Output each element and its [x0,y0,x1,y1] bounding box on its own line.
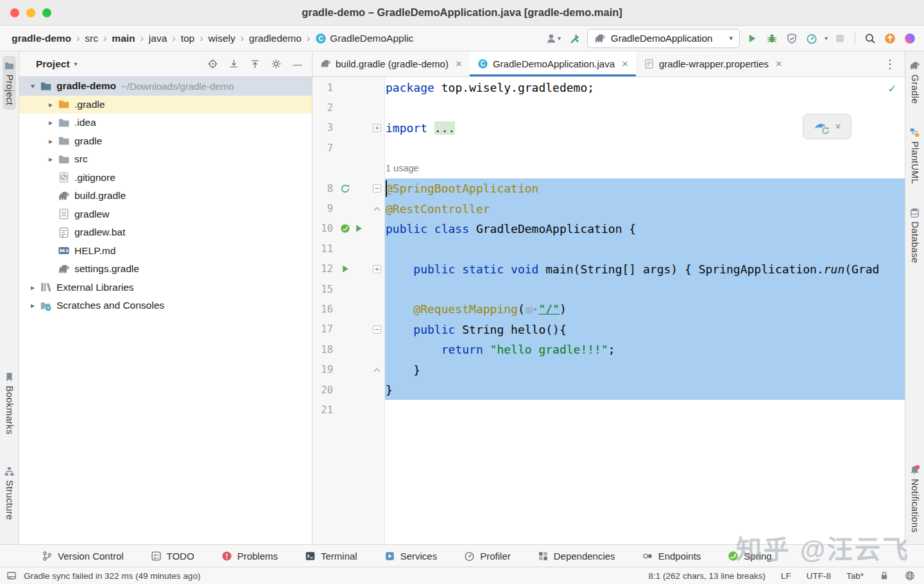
line-number[interactable]: 11 [312,243,333,255]
locate-file-icon[interactable] [207,58,218,69]
line-number[interactable]: 10 [312,223,333,234]
close-tab-icon[interactable]: × [776,58,782,69]
layout-icon[interactable] [6,571,17,581]
inspection-status-icon[interactable]: ✓ [889,81,896,95]
code-text[interactable]: package top.wisely.gradledemo; [385,78,905,98]
tree-item-build-gradle[interactable]: build.gradle [19,187,312,205]
code-text[interactable] [385,279,905,299]
line-number[interactable]: 15 [312,284,333,295]
code-text[interactable]: 1 usage [385,159,905,178]
more-run-actions-icon[interactable]: ▾ [825,35,828,42]
code-text[interactable]: @RequestMapping(◎▾"/") [385,299,905,319]
update-button[interactable] [882,31,898,46]
code-text[interactable]: return "hello gradle!!!"; [385,339,905,359]
coverage-button[interactable] [784,31,800,46]
breadcrumb-item-wisely[interactable]: wisely [209,33,235,44]
line-number[interactable]: 1 [312,82,333,94]
inline-assistant-widget[interactable]: × [803,114,851,139]
code-text[interactable]: @SpringBootApplication [385,178,905,198]
stripe-tab-project[interactable]: Project [3,56,16,110]
settings-icon[interactable] [271,58,282,69]
chevron-right-icon[interactable]: ▸ [44,155,58,164]
tool-button-version-control[interactable]: Version Control [28,545,137,567]
editor-tab-build-gradle-gradle-demo[interactable]: build.gradle (gradle-demo)× [312,51,470,76]
build-button[interactable] [567,31,583,46]
globe-icon[interactable] [905,571,915,581]
tree-item-gradle-demo[interactable]: ▾gradle-demo~/Downloads/gradle-demo [19,77,312,96]
caret-position[interactable]: 8:1 (262 chars, 13 line breaks) [649,571,766,581]
breadcrumb-item-java[interactable]: java [149,33,167,44]
line-number[interactable]: 7 [312,142,333,154]
editor[interactable]: 1package top.wisely.gradledemo;23+import… [312,77,905,544]
collapse-all-icon[interactable] [250,58,261,69]
file-encoding[interactable]: UTF-8 [807,571,831,581]
stripe-tab-structure[interactable]: Structure [3,461,16,524]
chevron-down-icon[interactable]: ▾ [26,82,40,90]
stripe-tab-gradle[interactable]: Gradle [908,56,921,108]
fold-expand-icon[interactable]: + [373,124,381,132]
chevron-down-icon[interactable]: ▾ [74,60,78,67]
line-number[interactable]: 16 [312,304,333,315]
usage-hint[interactable]: 1 usage [386,163,419,173]
profiler-button[interactable] [804,31,819,46]
line-separator[interactable]: LF [781,571,791,581]
editor-tab-gradledemoapplication-java[interactable]: CGradleDemoApplication.java× [470,51,636,76]
tree-item-settings-gradle[interactable]: settings.gradle [19,260,312,279]
fold-expand-icon[interactable]: + [373,265,381,273]
run-config-select[interactable]: GradleDemoApplication ▾ [587,29,740,48]
tree-item-gradle[interactable]: ▸gradle [19,132,312,151]
tool-button-todo[interactable]: TODO [137,545,208,567]
stripe-tab-bookmarks[interactable]: Bookmarks [3,367,16,439]
hide-panel-button[interactable]: — [292,58,303,69]
tree-item-gitignore[interactable]: .gitignore [19,169,312,187]
breadcrumb-item-src[interactable]: src [85,33,98,44]
breadcrumb-item-main[interactable]: main [112,33,135,44]
editor-tab-gradle-wrapper-properties[interactable]: gradle-wrapper.properties× [636,51,790,76]
chevron-right-icon[interactable]: ▸ [44,137,58,146]
minimize-window-button[interactable] [26,8,35,17]
line-number[interactable]: 19 [312,364,333,375]
status-message[interactable]: Gradle sync failed in 322 ms (49 minutes… [24,571,200,581]
tree-item-scratches-and-consoles[interactable]: ▸Scratches and Consoles [19,296,312,315]
lock-icon[interactable] [879,571,889,581]
line-number[interactable]: 2 [312,102,333,114]
tool-button-spring[interactable]: Spring [714,545,785,567]
breadcrumb-item-gradle-demo[interactable]: gradle-demo [12,33,71,44]
line-number[interactable]: 21 [312,404,333,416]
fold-collapse-icon[interactable]: − [373,184,381,193]
zoom-window-button[interactable] [42,8,51,17]
code-text[interactable]: } [385,380,905,400]
code-text[interactable] [385,138,905,158]
stripe-tab-plantuml[interactable]: PlantUML [908,123,921,189]
code-text[interactable]: public static void main(String[] args) {… [385,259,905,279]
fold-end-icon[interactable] [373,368,381,372]
close-tab-icon[interactable]: × [622,58,628,69]
tool-button-services[interactable]: Services [371,545,451,567]
line-number[interactable]: 20 [312,384,333,396]
line-number[interactable]: 17 [312,323,333,335]
tree-item-gradlew-bat[interactable]: gradlew.bat [19,223,312,242]
code-text[interactable] [385,400,905,420]
code-text[interactable] [385,239,905,259]
fold-end-icon[interactable] [373,207,381,211]
stop-button[interactable] [832,31,848,46]
line-number[interactable]: 9 [312,203,333,214]
debug-button[interactable] [764,31,780,46]
more-options-icon[interactable]: ⋮ [875,57,905,71]
url-inlay-icon[interactable]: ◎▾ [526,304,537,314]
code-text[interactable]: @RestController [385,198,905,218]
tool-button-profiler[interactable]: Profiler [450,545,524,567]
run-button[interactable] [744,31,760,46]
account-button[interactable] [902,31,918,46]
chevron-right-icon[interactable]: ▸ [44,118,58,127]
tree-item-gradlew[interactable]: gradlew [19,205,312,224]
chevron-right-icon[interactable]: ▸ [44,100,58,109]
user-button[interactable]: ▾ [543,31,563,46]
chevron-right-icon[interactable]: ▸ [26,283,40,292]
stripe-tab-database[interactable]: Database [908,203,921,268]
code-text[interactable]: public class GradleDemoApplication { [385,219,905,239]
breadcrumb-item-top[interactable]: top [181,33,195,44]
indent-style[interactable]: Tab* [846,571,864,581]
tool-button-endpoints[interactable]: Endpoints [629,545,715,567]
breadcrumb-item-gradledemo[interactable]: gradledemo [249,33,302,44]
